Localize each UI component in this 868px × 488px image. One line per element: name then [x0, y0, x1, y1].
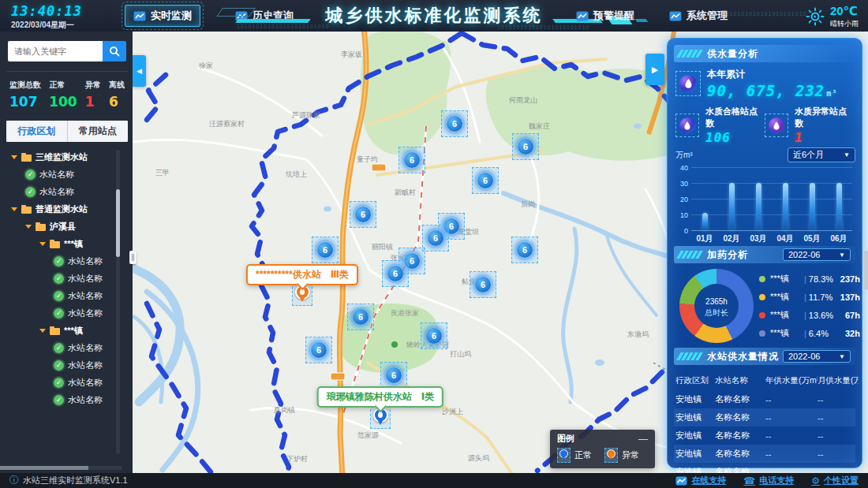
- phone-support-link[interactable]: ☎ 电话支持: [743, 475, 794, 486]
- station-popup-normal[interactable]: 琅琊镇雅陈村供水站 Ⅰ类: [317, 386, 443, 408]
- folder-icon: [50, 241, 60, 248]
- sun-icon: [806, 7, 825, 26]
- water-station-marker[interactable]: 6: [422, 225, 449, 251]
- section-title: 供水量分析: [707, 47, 758, 61]
- tree-station[interactable]: ✓水站名称: [8, 356, 126, 374]
- water-station-marker[interactable]: 6: [382, 260, 409, 287]
- dosing-legend-row: ***镇|13.6%67h: [759, 306, 860, 324]
- water-station-marker[interactable]: 6: [398, 147, 425, 173]
- tree-station[interactable]: ✓水站名称: [8, 287, 126, 304]
- nav-realtime-monitoring[interactable]: 实时监测: [125, 5, 200, 27]
- personal-settings-link[interactable]: ⚙ 个性设置: [811, 475, 859, 486]
- station-popup-abnormal[interactable]: **********供水站 Ⅲ类: [246, 264, 358, 285]
- stations-period-dropdown[interactable]: 2022-06▼: [783, 350, 851, 363]
- table-row[interactable]: 安地镇名称名称----: [674, 427, 855, 445]
- range-dropdown[interactable]: 近6个月▼: [788, 147, 855, 162]
- table-row[interactable]: 安地镇名称名称----: [674, 408, 855, 427]
- water-station-marker[interactable]: 6: [347, 304, 374, 330]
- water-station-marker[interactable]: 6: [512, 133, 539, 160]
- weather-widget: 20℃ 晴转小雨: [806, 4, 859, 29]
- tree-scrollbar-thumb[interactable]: [116, 189, 120, 257]
- stat-offline: 离线 6: [109, 80, 125, 110]
- divider: [6, 71, 128, 72]
- sidebar-resize-handle[interactable]: [129, 251, 137, 264]
- legend-dot: [759, 294, 765, 300]
- collapse-sidebar-button[interactable]: ◀: [133, 55, 146, 87]
- tree-station[interactable]: ✓水站名称: [8, 252, 126, 270]
- gear-icon: ⚙: [811, 475, 820, 486]
- water-station-marker[interactable]: 6: [380, 362, 407, 389]
- water-station-marker[interactable]: 6: [441, 110, 468, 137]
- nav-alert-reminder[interactable]: 预警提醒: [576, 9, 634, 23]
- water-station-marker[interactable]: 6: [511, 237, 538, 263]
- tab-common-stations[interactable]: 常用站点: [67, 121, 129, 142]
- bar-06月: [836, 183, 842, 230]
- orange-pin-icon: [604, 448, 618, 463]
- stat-abnormal: 异常 1: [85, 80, 101, 110]
- section-header-stations: 水站供水量情况 2022-06▼: [674, 348, 855, 365]
- check-icon: ✓: [54, 274, 64, 284]
- tree-station[interactable]: ✓水站名称: [8, 304, 126, 322]
- section-header-dosing: 加药分析 2022-06▼: [674, 246, 855, 263]
- tree-station[interactable]: ✓水站名称: [8, 374, 126, 391]
- search-button[interactable]: [103, 41, 126, 61]
- legend-item-normal: 正常: [557, 448, 592, 463]
- bar-05月: [810, 183, 815, 230]
- tree-station[interactable]: ✓水站名称: [8, 166, 126, 183]
- nav-system-management[interactable]: 系统管理: [669, 9, 728, 23]
- app-window: 徐家李家坂何雨龙山魏家庄汪源蔡家村芦源珠家三甲坑培上童子均新畈村丽阳镇张家新村庵…: [0, 0, 868, 488]
- legend-minimize-button[interactable]: —: [638, 436, 648, 442]
- tree-station[interactable]: ✓水站名称: [8, 391, 126, 408]
- tree-station[interactable]: ✓水站名称: [8, 270, 126, 287]
- app-version: ⓘ 水站三维实时监测系统V1.1: [9, 474, 128, 487]
- table-row[interactable]: 安地镇名称名称----: [674, 390, 855, 408]
- dosing-legend-row: ***镇|11.7%137h: [759, 288, 860, 306]
- quality-ok-icon: [675, 114, 699, 137]
- collapse-panel-button[interactable]: ▶: [645, 54, 664, 85]
- tree-folder[interactable]: 三维监测水站: [8, 148, 126, 166]
- water-station-marker[interactable]: 6: [350, 201, 376, 228]
- chevron-down-icon: ▼: [839, 353, 845, 360]
- legend-dot: [759, 276, 765, 282]
- caret-down-icon: [11, 155, 17, 159]
- header-decoration: [216, 8, 256, 17]
- dosing-period-dropdown[interactable]: 2022-06▼: [783, 248, 851, 261]
- section-title: 水站供水量情况: [707, 350, 779, 363]
- monitor-chart-icon: [133, 11, 146, 21]
- y-axis-unit: 万m³: [675, 150, 693, 161]
- binary-decoration: 101010101010101010101010: [714, 11, 806, 17]
- table-row[interactable]: 安地镇名称名称----: [674, 445, 855, 463]
- water-station-marker[interactable]: 6: [472, 167, 499, 194]
- bar-02月: [729, 183, 735, 230]
- online-support-link[interactable]: 在线支持: [675, 475, 726, 486]
- tree-folder[interactable]: 泸溪县: [8, 218, 126, 235]
- search-input[interactable]: [8, 41, 103, 61]
- info-icon: ⓘ: [9, 474, 19, 487]
- qualified-count: 106: [705, 130, 765, 145]
- plot-area: [691, 167, 852, 231]
- tree-hscrollbar-thumb[interactable]: [0, 466, 88, 470]
- station-supply-table: 行政区划 水站名称 年供水量(万m³) 月供水量(万m³) 安地镇名称名称---…: [674, 371, 855, 481]
- water-station-marker[interactable]: 6: [305, 337, 332, 363]
- tab-admin-division[interactable]: 行政区划: [6, 121, 67, 142]
- section-title: 加药分析: [707, 248, 748, 262]
- table-header-row: 行政区划 水站名称 年供水量(万m³) 月供水量(万m³): [674, 371, 855, 390]
- tree-station[interactable]: ✓水站名称: [8, 183, 126, 200]
- dosing-donut-chart: 2365h 总时长: [679, 269, 754, 343]
- current-date: 2022/03/04星期一: [11, 20, 82, 31]
- tree-folder[interactable]: 普通监测水站: [8, 200, 126, 218]
- clock: 13:40:13 2022/03/04星期一: [11, 3, 82, 31]
- check-icon: ✓: [54, 395, 64, 405]
- bar-04月: [783, 183, 788, 230]
- water-station-marker[interactable]: 6: [470, 271, 496, 298]
- folder-icon: [50, 328, 60, 335]
- tree-station[interactable]: ✓水站名称: [8, 339, 126, 356]
- header-decoration: [235, 19, 311, 23]
- page-scrollbar-thumb[interactable]: [864, 251, 868, 290]
- tree-folder[interactable]: ***镇: [8, 235, 126, 252]
- tree-folder[interactable]: ***镇: [8, 322, 126, 339]
- water-station-marker[interactable]: 6: [312, 237, 339, 263]
- phone-icon: ☎: [743, 475, 755, 486]
- water-station-marker[interactable]: 6: [421, 322, 447, 349]
- folder-icon: [36, 224, 46, 231]
